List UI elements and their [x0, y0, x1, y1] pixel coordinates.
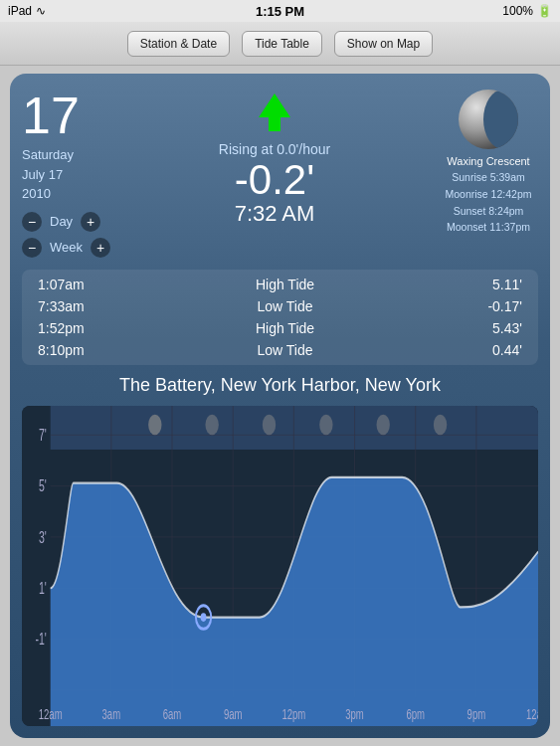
day-control-row: − Day + [22, 212, 110, 232]
tide-value: -0.2' [235, 159, 314, 201]
moon-image [459, 90, 518, 149]
y-label-3: 3' [39, 528, 47, 546]
day-week-controls: − Day + − Week + [22, 212, 110, 258]
date-block: 17 Saturday July 17 2010 − Day + − Week … [22, 90, 110, 258]
y-label-7: 7' [39, 426, 47, 444]
top-section: 17 Saturday July 17 2010 − Day + − Week … [22, 86, 538, 262]
svg-point-19 [319, 414, 332, 435]
status-bar: iPad ∿ 1:15 PM 100% 🔋 [0, 0, 560, 22]
chart-section: 7' 5' 3' 1' -1' 12am 3am 6am 9am 12pm 3p… [22, 406, 538, 727]
footer: Tide Graph HD 1.1 © Brainware LLC [0, 738, 560, 746]
battery-label: 100% [502, 4, 533, 18]
x-label-9pm: 9pm [467, 706, 486, 723]
x-label-6am: 6am [163, 706, 182, 723]
rising-arrow-icon [253, 90, 296, 133]
svg-point-18 [263, 414, 276, 435]
date-weekday: Saturday July 17 2010 [22, 145, 110, 204]
y-label-neg1: -1' [35, 631, 46, 649]
tide-arrow-container [253, 90, 296, 137]
week-minus-button[interactable]: − [22, 238, 42, 258]
x-label-3am: 3am [102, 706, 121, 723]
day-minus-button[interactable]: − [22, 212, 42, 232]
x-label-12am-end: 12am [526, 706, 538, 723]
week-plus-button[interactable]: + [91, 238, 110, 258]
svg-point-20 [377, 414, 390, 435]
date-day: 17 [22, 90, 110, 141]
tide-table: 1:07am High Tide 5.11' 7:33am Low Tide -… [22, 270, 538, 365]
rising-text: Rising at 0.0'/hour [219, 141, 330, 157]
table-row: 8:10pm Low Tide 0.44' [30, 339, 530, 361]
location-label: The Battery, New York Harbor, New York [22, 373, 538, 398]
table-row: 1:52pm High Tide 5.43' [30, 317, 530, 339]
moon-phase: Waxing Crescent [447, 155, 529, 167]
battery-icon: 🔋 [537, 4, 552, 18]
status-left: iPad ∿ [8, 4, 46, 18]
moon-section: Waxing Crescent Sunrise 5:39am Moonrise … [439, 90, 538, 236]
wifi-icon: ∿ [36, 4, 46, 18]
y-label-1: 1' [39, 579, 47, 597]
station-date-button[interactable]: Station & Date [127, 31, 230, 57]
status-right: 100% 🔋 [502, 4, 552, 18]
svg-rect-2 [51, 406, 538, 450]
tide-center: Rising at 0.0'/hour -0.2' 7:32 AM [219, 90, 330, 227]
x-label-3pm: 3pm [345, 706, 364, 723]
svg-point-21 [434, 414, 447, 435]
show-on-map-button[interactable]: Show on Map [334, 31, 433, 57]
x-label-9am: 9am [224, 706, 243, 723]
week-control-row: − Week + [22, 238, 110, 258]
moon-info: Sunrise 5:39am Moonrise 12:42pm Sunset 8… [446, 169, 532, 236]
svg-marker-0 [259, 93, 290, 131]
toolbar: Station & Date Tide Table Show on Map [0, 22, 560, 66]
svg-point-16 [148, 414, 161, 435]
status-time: 1:15 PM [256, 4, 304, 19]
table-row: 1:07am High Tide 5.11' [30, 274, 530, 295]
x-label-12am: 12am [39, 706, 63, 723]
table-row: 7:33am Low Tide -0.17' [30, 295, 530, 317]
svg-point-17 [205, 414, 218, 435]
x-label-12pm: 12pm [281, 706, 305, 723]
week-label: Week [50, 240, 83, 255]
day-label: Day [50, 214, 73, 229]
svg-point-23 [201, 613, 207, 622]
day-plus-button[interactable]: + [81, 212, 100, 232]
y-label-5: 5' [39, 477, 47, 495]
tide-chart: 7' 5' 3' 1' -1' 12am 3am 6am 9am 12pm 3p… [22, 406, 538, 727]
main-card: 17 Saturday July 17 2010 − Day + − Week … [10, 74, 550, 738]
status-ipad: iPad [8, 4, 32, 18]
x-label-6pm: 6pm [406, 706, 425, 723]
tide-table-button[interactable]: Tide Table [242, 31, 322, 57]
tide-time: 7:32 AM [235, 201, 315, 227]
